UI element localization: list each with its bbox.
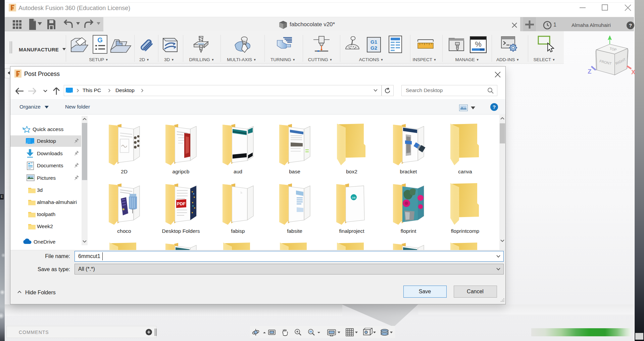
svg-text:PDF: PDF [177, 201, 186, 206]
svg-text:G: G [97, 36, 103, 44]
svg-text:?: ? [493, 104, 496, 110]
svg-text:G1: G1 [370, 39, 377, 45]
svg-text:X: X [631, 69, 635, 76]
svg-text:%: % [475, 40, 482, 48]
svg-text:DB: DB [352, 196, 355, 199]
svg-text:G2: G2 [370, 45, 377, 51]
svg-text:?: ? [629, 23, 632, 28]
svg-text:Z: Z [588, 68, 591, 75]
